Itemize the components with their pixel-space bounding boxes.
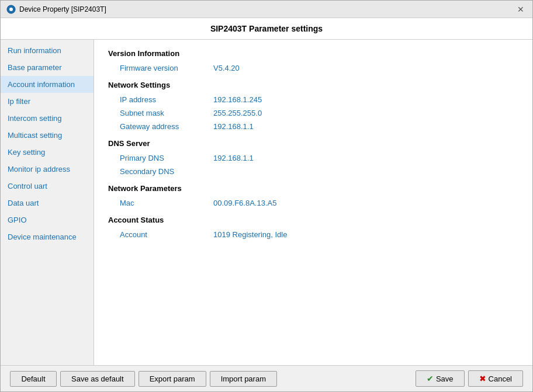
title-bar: Device Property [SIP2403T] ✕	[1, 1, 532, 18]
sidebar-item-ip-filter[interactable]: Ip filter	[1, 93, 94, 110]
check-icon: ✔	[427, 374, 434, 383]
label-subnet-mask: Subnet mask	[120, 109, 213, 117]
sidebar-item-monitor-ip-address[interactable]: Monitor ip address	[1, 161, 94, 178]
info-row-gateway-address: Gateway address 192.168.1.1	[108, 120, 518, 133]
x-icon: ✖	[479, 374, 486, 383]
sidebar-item-intercom-setting[interactable]: Intercom setting	[1, 110, 94, 127]
section-title-network-parameters: Network Parameters	[108, 184, 518, 193]
save-button[interactable]: ✔ Save	[416, 370, 465, 387]
value-gateway-address: 192.168.1.1	[213, 122, 254, 131]
info-row-subnet-mask: Subnet mask 255.255.255.0	[108, 106, 518, 120]
import-param-button[interactable]: Import param	[210, 371, 277, 387]
info-row-secondary-dns: Secondary DNS	[108, 165, 518, 178]
info-row-primary-dns: Primary DNS 192.168.1.1	[108, 151, 518, 165]
value-account: 1019 Registering, Idle	[213, 230, 287, 239]
cancel-button-label: Cancel	[489, 374, 512, 383]
content-area: Version Information Firmware version V5.…	[94, 40, 532, 365]
label-firmware-version: Firmware version	[120, 64, 213, 72]
sidebar-item-base-parameter[interactable]: Base parameter	[1, 59, 94, 76]
sidebar-item-account-information[interactable]: Account information	[1, 76, 94, 93]
save-as-default-button[interactable]: Save as default	[60, 371, 135, 387]
label-secondary-dns: Secondary DNS	[120, 167, 213, 176]
footer-left-buttons: Default Save as default Export param Imp…	[10, 371, 277, 387]
sidebar-item-gpio[interactable]: GPIO	[1, 211, 94, 228]
value-subnet-mask: 255.255.255.0	[213, 109, 262, 117]
dialog-footer: Default Save as default Export param Imp…	[1, 365, 532, 391]
info-row-mac: Mac 00.09.F6.8A.13.A5	[108, 196, 518, 210]
device-property-window: Device Property [SIP2403T] ✕ SIP2403T Pa…	[0, 0, 533, 392]
save-button-label: Save	[436, 374, 454, 383]
label-primary-dns: Primary DNS	[120, 154, 213, 162]
window-title: Device Property [SIP2403T]	[19, 5, 106, 13]
label-account: Account	[120, 230, 213, 239]
dialog-body: Run information Base parameter Account i…	[1, 40, 532, 365]
close-button[interactable]: ✕	[515, 4, 527, 15]
svg-point-1	[9, 8, 13, 11]
info-row-account: Account 1019 Registering, Idle	[108, 228, 518, 241]
section-title-network-settings: Network Settings	[108, 81, 518, 89]
section-title-dns-server: DNS Server	[108, 139, 518, 148]
sidebar-item-device-maintenance[interactable]: Device maintenance	[1, 228, 94, 245]
value-primary-dns: 192.168.1.1	[213, 154, 254, 162]
sidebar-item-control-uart[interactable]: Control uart	[1, 178, 94, 195]
cancel-button[interactable]: ✖ Cancel	[468, 370, 523, 387]
section-title-account-status: Account Status	[108, 216, 518, 224]
default-button[interactable]: Default	[10, 371, 57, 387]
device-icon	[6, 5, 16, 14]
sidebar-item-run-information[interactable]: Run information	[1, 42, 94, 59]
sidebar-item-key-setting[interactable]: Key setting	[1, 144, 94, 161]
value-mac: 00.09.F6.8A.13.A5	[213, 199, 276, 207]
section-title-version-information: Version Information	[108, 49, 518, 58]
export-param-button[interactable]: Export param	[139, 371, 206, 387]
dialog-title: SIP2403T Parameter settings	[210, 24, 323, 33]
info-row-firmware-version: Firmware version V5.4.20	[108, 61, 518, 75]
title-bar-left: Device Property [SIP2403T]	[6, 5, 106, 14]
sidebar: Run information Base parameter Account i…	[1, 40, 94, 365]
label-gateway-address: Gateway address	[120, 122, 213, 131]
label-ip-address: IP address	[120, 95, 213, 104]
label-mac: Mac	[120, 199, 213, 207]
value-firmware-version: V5.4.20	[213, 64, 240, 72]
sidebar-item-multicast-setting[interactable]: Multicast setting	[1, 127, 94, 144]
sidebar-item-data-uart[interactable]: Data uart	[1, 195, 94, 211]
dialog-header: SIP2403T Parameter settings	[1, 18, 532, 40]
footer-right-buttons: ✔ Save ✖ Cancel	[416, 370, 523, 387]
value-ip-address: 192.168.1.245	[213, 95, 262, 104]
info-row-ip-address: IP address 192.168.1.245	[108, 93, 518, 106]
